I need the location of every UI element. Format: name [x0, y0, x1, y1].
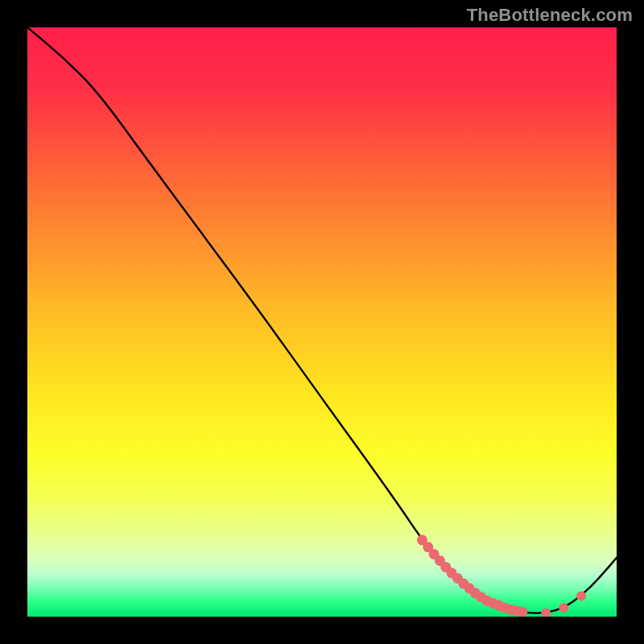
chart-svg [27, 27, 617, 617]
watermark-text: TheBottleneck.com [467, 5, 633, 26]
outer-frame: TheBottleneck.com [0, 0, 644, 644]
chart-area [27, 27, 617, 617]
data-marker [559, 603, 568, 613]
data-marker [576, 591, 586, 601]
